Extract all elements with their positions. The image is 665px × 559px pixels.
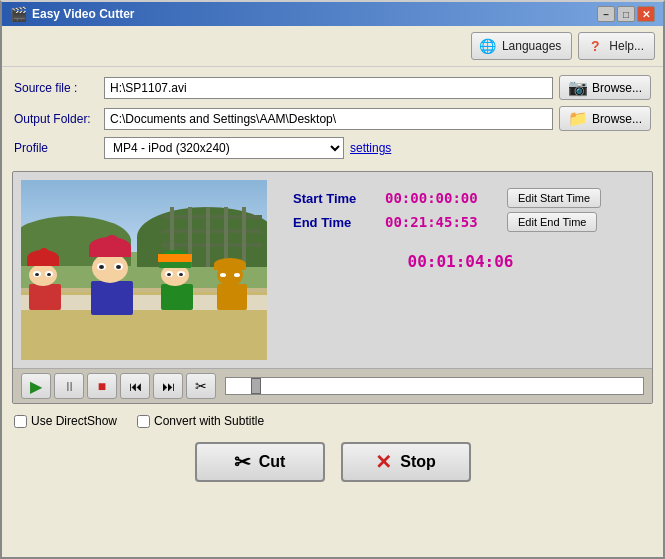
toolbar: 🌐 Languages ? Help... (2, 26, 663, 67)
help-button[interactable]: ? Help... (578, 32, 655, 60)
app-window: 🎬 Easy Video Cutter – □ ✕ 🌐 Languages ? … (0, 0, 665, 559)
settings-link[interactable]: settings (350, 141, 391, 155)
kenny-torso (217, 284, 247, 310)
char-stan (29, 264, 57, 310)
stop-button[interactable]: ✕ Stop (341, 442, 471, 482)
languages-label: Languages (502, 39, 561, 53)
maximize-button[interactable]: □ (617, 6, 635, 22)
start-time-label: Start Time (293, 191, 373, 206)
prev-frame-button[interactable]: ⏮ (120, 373, 150, 399)
output-label: Output Folder: (14, 112, 104, 126)
start-time-value: 00:00:00:00 (385, 190, 495, 206)
edit-end-time-button[interactable]: Edit End Time (507, 212, 597, 232)
info-panel: Start Time 00:00:00:00 Edit Start Time E… (277, 180, 644, 360)
scissors-icon: ✂ (195, 378, 207, 394)
end-time-label: End Time (293, 215, 373, 230)
title-bar-controls: – □ ✕ (597, 6, 655, 22)
cut-label: Cut (259, 453, 286, 471)
video-area: Start Time 00:00:00:00 Edit Start Time E… (13, 172, 652, 368)
source-browse-label: Browse... (592, 81, 642, 95)
languages-button[interactable]: 🌐 Languages (471, 32, 572, 60)
char-kenny (217, 264, 243, 310)
profile-label: Profile (14, 141, 104, 155)
next-frame-icon: ⏭ (162, 379, 175, 394)
close-button[interactable]: ✕ (637, 6, 655, 22)
kyle-torso (161, 284, 193, 310)
prev-frame-icon: ⏮ (129, 379, 142, 394)
subtitle-label: Convert with Subtitle (154, 414, 264, 428)
cut-button[interactable]: ✂ Cut (195, 442, 325, 482)
source-browse-icon: 📷 (568, 78, 588, 97)
stop-ctrl-button[interactable]: ■ (87, 373, 117, 399)
play-icon: ▶ (30, 377, 42, 396)
output-row: Output Folder: 📁 Browse... (14, 106, 651, 131)
profile-select[interactable]: MP4 - iPod (320x240) AVI MP3 FLV WMV (104, 137, 344, 159)
edit-start-time-button[interactable]: Edit Start Time (507, 188, 601, 208)
profile-select-wrap: MP4 - iPod (320x240) AVI MP3 FLV WMV set… (104, 137, 391, 159)
minimize-button[interactable]: – (597, 6, 615, 22)
play-button[interactable]: ▶ (21, 373, 51, 399)
cut-icon: ✂ (234, 450, 251, 474)
directshow-checkbox-label[interactable]: Use DirectShow (14, 414, 117, 428)
stan-torso (29, 284, 61, 310)
languages-icon: 🌐 (478, 36, 498, 56)
start-time-row: Start Time 00:00:00:00 Edit Start Time (293, 188, 628, 208)
subtitle-checkbox-label[interactable]: Convert with Subtitle (137, 414, 264, 428)
stop-label: Stop (400, 453, 436, 471)
source-label: Source file : (14, 81, 104, 95)
end-time-value: 00:21:45:53 (385, 214, 495, 230)
help-label: Help... (609, 39, 644, 53)
source-row: Source file : 📷 Browse... (14, 75, 651, 100)
source-input[interactable] (104, 77, 553, 99)
output-browse-button[interactable]: 📁 Browse... (559, 106, 651, 131)
end-time-row: End Time 00:21:45:53 Edit End Time (293, 212, 628, 232)
output-browse-icon: 📁 (568, 109, 588, 128)
app-icon: 🎬 (10, 6, 27, 22)
pause-button[interactable]: ⏸ (54, 373, 84, 399)
stop-icon: ✕ (375, 450, 392, 474)
output-input[interactable] (104, 108, 553, 130)
stop-ctrl-icon: ■ (98, 378, 106, 394)
next-frame-button[interactable]: ⏭ (153, 373, 183, 399)
video-canvas (21, 180, 267, 360)
cartman-torso (91, 281, 133, 315)
window-title: Easy Video Cutter (32, 7, 134, 21)
char-kyle (161, 264, 189, 310)
current-time-display: 00:01:04:06 (293, 252, 628, 271)
checkbox-row: Use DirectShow Convert with Subtitle (2, 408, 663, 434)
output-browse-label: Browse... (592, 112, 642, 126)
main-panel: Start Time 00:00:00:00 Edit Start Time E… (12, 171, 653, 404)
scissors-button[interactable]: ✂ (186, 373, 216, 399)
title-bar: 🎬 Easy Video Cutter – □ ✕ (2, 2, 663, 26)
seekbar[interactable] (225, 377, 644, 395)
directshow-label: Use DirectShow (31, 414, 117, 428)
form-area: Source file : 📷 Browse... Output Folder:… (2, 67, 663, 171)
controls-strip: ▶ ⏸ ■ ⏮ ⏭ ✂ (13, 368, 652, 403)
seekbar-thumb[interactable] (251, 378, 261, 394)
title-bar-left: 🎬 Easy Video Cutter (10, 6, 134, 22)
directshow-checkbox[interactable] (14, 415, 27, 428)
video-preview (21, 180, 267, 360)
help-icon: ? (585, 36, 605, 56)
char-cartman (91, 253, 129, 315)
bottom-bar: ✂ Cut ✕ Stop (2, 434, 663, 490)
profile-row: Profile MP4 - iPod (320x240) AVI MP3 FLV… (14, 137, 651, 159)
source-browse-button[interactable]: 📷 Browse... (559, 75, 651, 100)
pause-icon: ⏸ (63, 379, 76, 394)
subtitle-checkbox[interactable] (137, 415, 150, 428)
